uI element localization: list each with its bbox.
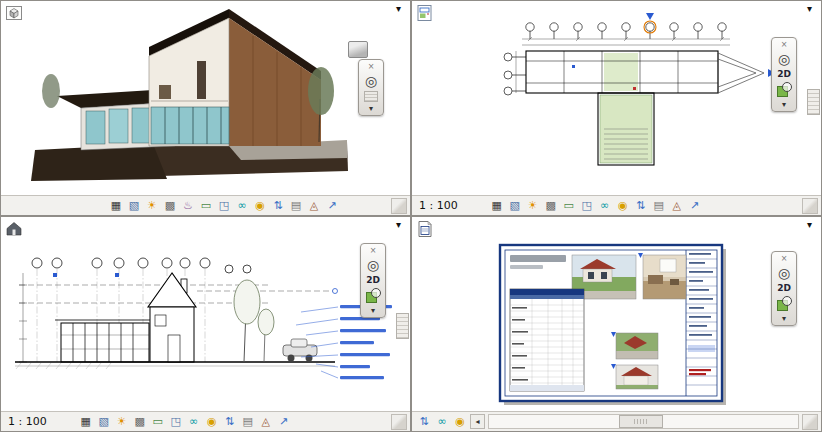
steering-wheel-icon[interactable]: ◎ [365,74,377,88]
rewind-filmstrip-icon[interactable] [364,91,378,102]
vertical-scrollbar-thumb[interactable] [396,313,409,339]
view-type-icon-plan[interactable] [416,4,434,22]
canvas-section[interactable]: ▾ × ◎ 2D ▾ [1,217,410,411]
zoom-region-icon[interactable] [776,82,792,98]
temporary-view-properties-icon[interactable]: ▤ [239,413,257,430]
level-marker [333,289,338,294]
sun-path-icon[interactable]: ☀ [143,197,161,214]
navigation-bar: × ◎ 2D ▾ [360,243,386,318]
highlight-displacement-icon[interactable]: ↗ [686,197,704,214]
reveal-hidden-elements-icon[interactable]: ◉ [251,197,269,214]
show-crop-region-icon[interactable]: ◳ [215,197,233,214]
worksharing-display-icon[interactable]: ⇅ [221,413,239,430]
show-rendering-dialog-icon[interactable]: ♨ [179,197,197,214]
vertical-scrollbar-thumb[interactable] [807,89,820,115]
navbar-close-icon[interactable]: × [368,63,375,71]
highlight-displacement-icon[interactable]: ↗ [323,197,341,214]
wheel-2d-label[interactable]: 2D [777,69,791,79]
section-marker [646,13,654,20]
view-control-bar: 1 : 100 ▦▧☀▩▭◳∞◉⇅▤◬↗ [412,195,821,215]
scroll-corner[interactable] [802,414,818,430]
canvas-floor-plan[interactable]: ▾ × ◎ 2D ▾ [412,1,821,195]
shadows-icon[interactable]: ▩ [542,197,560,214]
view-control-bar: ▦▧☀▩♨▭◳∞◉⇅▤◬↗ [1,195,410,215]
shadows-icon[interactable]: ▩ [161,197,179,214]
grid-bubbles [32,258,251,273]
canvas-sheet[interactable]: ▾ × ◎ 2D ▾ [412,217,821,411]
visual-style-icon[interactable]: ▧ [95,413,113,430]
navbar-close-icon[interactable]: × [781,255,788,263]
reveal-hidden-elements-icon[interactable]: ◉ [614,197,632,214]
window-menu-arrow[interactable]: ▾ [807,220,812,230]
temporary-hide-isolate-icon[interactable]: ∞ [185,413,203,430]
drawing-3d-section [1,1,410,195]
canvas-3d[interactable]: ▾ × ◎ ▾ [1,1,410,195]
scroll-corner[interactable] [391,198,407,214]
zoom-region-icon[interactable] [776,296,792,312]
view-scale[interactable]: 1 : 100 [415,199,462,212]
window-menu-arrow[interactable]: ▾ [396,4,401,14]
worksharing-display-icon[interactable]: ⇅ [415,413,433,430]
scroll-corner[interactable] [802,198,818,214]
temporary-hide-isolate-icon[interactable]: ∞ [596,197,614,214]
main-house [149,9,321,146]
steering-wheel-icon[interactable]: ◎ [367,258,379,272]
viewport-sheet: ▾ × ◎ 2D ▾ ⇅∞◉ ◂ [411,216,822,432]
view-scale[interactable]: 1 : 100 [4,415,51,428]
temporary-view-properties-icon[interactable]: ▤ [287,197,305,214]
visual-style-icon[interactable]: ▧ [506,197,524,214]
show-crop-region-icon[interactable]: ◳ [167,413,185,430]
scroll-corner[interactable] [391,414,407,430]
wheel-2d-label[interactable]: 2D [777,283,791,293]
reveal-hidden-elements-icon[interactable]: ◉ [451,413,469,430]
zoom-region-icon[interactable] [365,288,381,304]
view-type-icon-sheet[interactable] [416,220,434,238]
temporary-hide-isolate-icon[interactable]: ∞ [233,197,251,214]
view-control-icons: ▦▧☀▩▭◳∞◉⇅▤◬↗ [488,197,704,214]
navbar-caret-icon[interactable]: ▾ [782,101,786,109]
steering-wheel-icon[interactable]: ◎ [778,266,790,280]
sun-path-icon[interactable]: ☀ [113,413,131,430]
analytical-model-icon[interactable]: ◬ [668,197,686,214]
view-type-icon-3d[interactable] [5,4,23,22]
reveal-hidden-elements-icon[interactable]: ◉ [203,413,221,430]
car [283,339,317,362]
view-cube-icon[interactable] [348,41,368,58]
navbar-close-icon[interactable]: × [370,247,377,255]
detail-level-icon[interactable]: ▦ [107,197,125,214]
scroll-left-button[interactable]: ◂ [470,414,485,429]
worksharing-display-icon[interactable]: ⇅ [269,197,287,214]
sheet-render-interior [643,255,686,299]
crop-view-icon[interactable]: ▭ [149,413,167,430]
navbar-caret-icon[interactable]: ▾ [371,307,375,315]
detail-level-icon[interactable]: ▦ [488,197,506,214]
navbar-caret-icon[interactable]: ▾ [782,315,786,323]
temporary-view-properties-icon[interactable]: ▤ [650,197,668,214]
drawing-section [1,217,410,411]
view-type-icon-elevation[interactable] [5,220,23,238]
temporary-hide-isolate-icon[interactable]: ∞ [433,413,451,430]
horizontal-scrollbar[interactable] [488,414,799,429]
analytical-model-icon[interactable]: ◬ [257,413,275,430]
navbar-caret-icon[interactable]: ▾ [369,105,373,113]
shadows-icon[interactable]: ▩ [131,413,149,430]
section-building [55,273,196,362]
window-menu-arrow[interactable]: ▾ [396,220,401,230]
room-green-core [604,53,638,91]
detail-level-icon[interactable]: ▦ [77,413,95,430]
highlight-displacement-icon[interactable]: ↗ [275,413,293,430]
visual-style-icon[interactable]: ▧ [125,197,143,214]
navbar-close-icon[interactable]: × [781,41,788,49]
sheet-render-aerial [616,333,658,359]
crop-view-icon[interactable]: ▭ [197,197,215,214]
show-crop-region-icon[interactable]: ◳ [578,197,596,214]
wheel-2d-label[interactable]: 2D [366,275,380,285]
horizontal-scrollbar-thumb[interactable] [619,415,663,428]
steering-wheel-icon[interactable]: ◎ [778,52,790,66]
worksharing-display-icon[interactable]: ⇅ [632,197,650,214]
drawing-floor-plan [412,1,821,195]
sun-path-icon[interactable]: ☀ [524,197,542,214]
crop-view-icon[interactable]: ▭ [560,197,578,214]
analytical-model-icon[interactable]: ◬ [305,197,323,214]
window-menu-arrow[interactable]: ▾ [807,4,812,14]
